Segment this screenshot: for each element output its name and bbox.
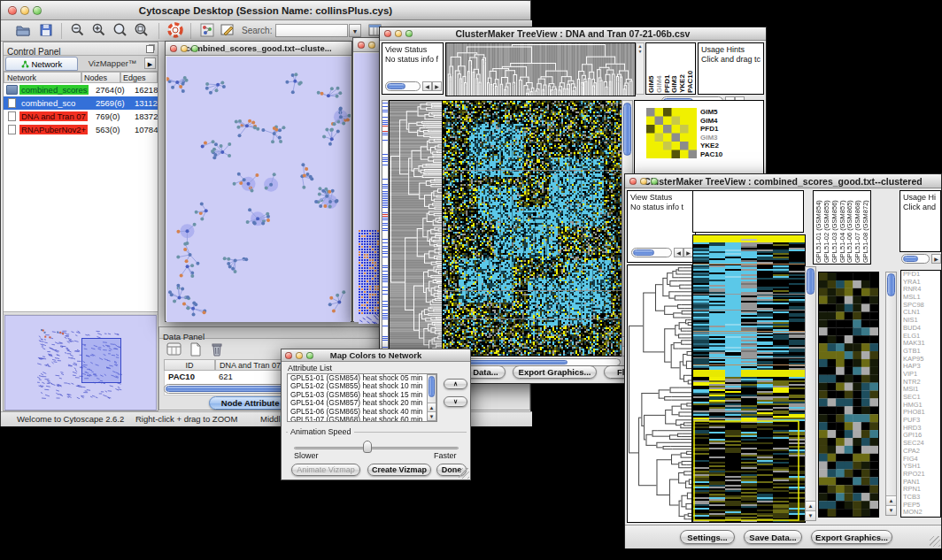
network-view-canvas[interactable] — [166, 57, 351, 322]
minimize-icon[interactable] — [368, 42, 375, 49]
tv2-column-label[interactable]: GPL51-03 (GSM856) — [830, 192, 838, 263]
save-icon[interactable] — [38, 22, 54, 38]
tv1-column-label[interactable]: YKE2 — [678, 44, 686, 93]
minimize-icon[interactable] — [181, 45, 188, 52]
tv2-column-label[interactable]: GPL51-02 (GSM855) — [822, 192, 830, 263]
zoom-actual-icon[interactable] — [112, 22, 128, 38]
tv2-zoom-vscrollbar[interactable]: ▲▼ — [885, 272, 897, 516]
gene-label[interactable]: PEP5 — [903, 502, 940, 510]
gene-label[interactable]: SPC98 — [903, 302, 940, 310]
gene-label[interactable]: YRA1 — [903, 279, 940, 287]
search-dropdown-button[interactable]: ▼ — [349, 24, 361, 37]
tv2-column-label[interactable]: GPL51-07 (GSM868) — [853, 192, 861, 263]
gene-label[interactable]: RPO21 — [903, 471, 940, 479]
network-list-row[interactable]: combined_sco 2569(6) 13112(15) — [4, 96, 158, 110]
gene-label[interactable]: VIP1 — [903, 371, 940, 379]
gene-label[interactable]: PAN1 — [903, 479, 940, 487]
treeview1-title-bar[interactable]: ClusterMaker TreeView : DNA and Tran 07-… — [380, 27, 766, 41]
create-vizmap-button[interactable]: Create Vizmap — [367, 464, 431, 476]
gene-label[interactable]: MON2 — [903, 509, 940, 517]
gene-label[interactable]: MSI1 — [903, 386, 940, 394]
tab-network[interactable]: Network — [5, 57, 78, 71]
tv1-row-label[interactable]: GIM5 — [700, 108, 722, 117]
tv2-status-scrollbar[interactable] — [631, 248, 672, 257]
tv2-heatmap-canvas[interactable] — [692, 234, 806, 523]
float-panel-icon[interactable] — [146, 45, 154, 53]
scroll-right-icon[interactable]: ▶ — [432, 81, 442, 91]
gene-label[interactable]: MAK31 — [903, 340, 940, 348]
network-list-row[interactable]: DNA and Tran 07 769(0) 183728(0) — [4, 110, 158, 123]
close-icon[interactable] — [8, 6, 17, 15]
network-list-row[interactable]: combined_scores 2764(0) 16218(0) — [4, 83, 158, 96]
tv1-mini-heatmap[interactable] — [646, 108, 697, 158]
zoom-in-icon[interactable] — [91, 22, 107, 38]
gene-label[interactable]: SEC1 — [903, 394, 940, 402]
zoom-icon[interactable] — [33, 6, 42, 15]
tv2-export-graphics-button[interactable]: Export Graphics... — [811, 530, 892, 544]
gene-label[interactable]: TCB3 — [903, 494, 940, 502]
zoom-icon[interactable] — [191, 45, 198, 52]
gene-label[interactable]: KAP95 — [903, 356, 940, 364]
treeview2-title-bar[interactable]: ClusterMaker TreeView : combined_scores_… — [625, 174, 941, 188]
gene-label[interactable]: CPA2 — [903, 448, 940, 456]
tv1-row-label[interactable]: GIM4 — [700, 117, 722, 126]
minimize-icon[interactable] — [20, 6, 29, 15]
main-title-bar[interactable]: Cytoscape Desktop (Session Name: collins… — [1, 1, 530, 20]
tv1-row-label[interactable]: YKE2 — [700, 142, 722, 150]
speed-slider-track[interactable] — [294, 447, 459, 449]
gene-label[interactable]: BUD4 — [903, 325, 940, 333]
new-attribute-icon[interactable] — [188, 341, 204, 357]
tv1-column-label[interactable]: GIM5 — [647, 44, 655, 93]
animate-vizmap-button[interactable]: Animate Vizmap — [291, 464, 360, 476]
attribute-list-item[interactable]: GPL51-01 (GSM854) heat shock 05 min — [288, 374, 436, 382]
dialog-title-bar[interactable]: Map Colors to Network — [282, 349, 470, 362]
search-input[interactable] — [275, 24, 348, 37]
zoom-out-icon[interactable] — [70, 22, 86, 38]
tv1-column-label[interactable]: GIM4 — [655, 44, 663, 93]
attribute-list-item[interactable]: GPL51-07 (GSM868) heat shock 60 min — [288, 416, 436, 422]
gene-label[interactable]: PHO81 — [903, 409, 940, 417]
network-list-row[interactable]: RNAPuberNov2+ 563(0) 107847(0) — [4, 123, 158, 136]
tv1-column-label[interactable]: GIM3 — [670, 44, 678, 93]
move-down-button[interactable]: ∨ — [444, 396, 467, 407]
close-icon[interactable] — [285, 352, 292, 359]
tv1-row-label[interactable]: PFD1 — [700, 125, 722, 134]
help-lifering-icon[interactable] — [167, 22, 183, 38]
attribute-list-item[interactable]: GPL51-02 (GSM855) heat shock 10 min — [288, 382, 436, 390]
gene-label[interactable]: NTR2 — [903, 379, 940, 387]
tv2-zoomed-heatmap-canvas[interactable] — [818, 272, 879, 518]
close-icon[interactable] — [384, 30, 391, 37]
gene-label[interactable]: RPN1 — [903, 486, 940, 494]
zoom-icon[interactable] — [306, 352, 313, 359]
tab-vizmapper[interactable]: VizMapper™ — [80, 57, 145, 71]
col-edges[interactable]: Edges — [120, 72, 158, 83]
attribute-list-scrollbar[interactable]: ▲▼ — [427, 374, 436, 421]
tv2-column-tree-area[interactable] — [692, 190, 804, 233]
scroll-left-icon[interactable]: ◀ — [422, 81, 432, 91]
attribute-list-item[interactable]: GPL51-03 (GSM856) heat shock 15 min — [288, 391, 436, 399]
tv1-status-scrollbar[interactable] — [385, 81, 421, 91]
tv2-column-label[interactable]: GPL51-01 (GSM854) — [815, 192, 822, 263]
zoom-icon[interactable] — [651, 178, 658, 185]
tv1-label-arrows[interactable]: ▲▼ — [636, 42, 645, 95]
network-overview-panel[interactable] — [4, 315, 157, 410]
minimize-icon[interactable] — [640, 178, 647, 185]
gene-label[interactable]: HMG1 — [903, 402, 940, 410]
zoom-fit-icon[interactable] — [134, 22, 150, 38]
gene-label[interactable]: FIG4 — [903, 456, 940, 464]
gene-label[interactable]: PFD1 — [903, 271, 940, 279]
gene-label[interactable]: ELG1 — [903, 333, 940, 341]
tv1-export-graphics-button[interactable]: Export Graphics... — [513, 365, 597, 379]
speed-slider-thumb[interactable] — [363, 441, 372, 453]
tv2-usage-scrollbar[interactable] — [901, 254, 930, 264]
network-overview-canvas[interactable] — [5, 317, 156, 409]
resize-grip[interactable] — [459, 468, 469, 479]
gene-label[interactable]: HRD3 — [903, 425, 940, 433]
open-file-icon[interactable] — [15, 22, 31, 38]
tv1-column-dendrogram[interactable] — [445, 42, 636, 96]
attribute-list-item[interactable]: GPL51-04 (GSM857) heat shock 20 min — [288, 399, 436, 407]
close-icon[interactable] — [358, 42, 365, 49]
tv1-row-label[interactable]: GIM3 — [700, 134, 722, 142]
annotation-icon[interactable] — [220, 22, 236, 38]
window-controls[interactable] — [8, 6, 42, 15]
